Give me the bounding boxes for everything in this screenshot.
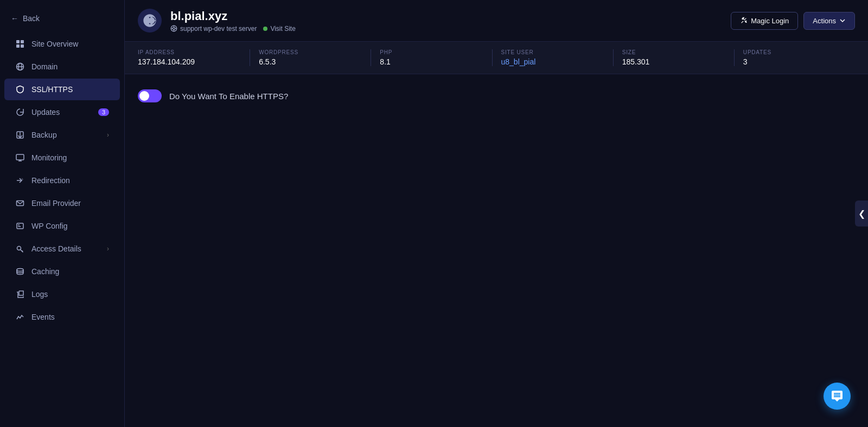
wordpress-value: 6.5.3 (259, 57, 362, 66)
back-icon: ← (11, 14, 18, 23)
site-user-value[interactable]: u8_bl_pial (501, 57, 604, 66)
wordpress-label: WORDPRESS (259, 49, 362, 55)
site-meta: support wp-dev test server Visit Site (170, 25, 722, 33)
stats-bar: IP ADDRESS 137.184.104.209 WORDPRESS 6.5… (125, 42, 868, 74)
stat-php: PHP 8.1 (371, 49, 492, 66)
main-content: bl.pial.xyz support wp-dev test server (125, 0, 868, 427)
magic-login-icon (740, 17, 748, 24)
sidebar-item-label: Domain (31, 62, 58, 71)
sidebar-item-ssl-https[interactable]: SSL/HTTPS (4, 79, 120, 100)
stat-size: SIZE 185.301 (614, 49, 735, 66)
site-domain: bl.pial.xyz (170, 9, 722, 23)
sidebar: ← Back Site Overview Domain SSL/HTTPS (0, 0, 125, 427)
svg-rect-1 (21, 40, 24, 43)
mail-icon (15, 198, 25, 208)
support-label-item: support wp-dev test server (170, 25, 257, 33)
sidebar-item-backup[interactable]: Backup › (4, 124, 120, 146)
sidebar-item-label: WP Config (31, 222, 68, 230)
key-icon (15, 244, 25, 254)
toggle-track[interactable] (138, 89, 162, 102)
redirect-icon (15, 176, 25, 185)
config-icon (15, 221, 25, 231)
stat-ip-address: IP ADDRESS 137.184.104.209 (138, 49, 250, 66)
sidebar-item-label: Events (31, 313, 55, 321)
visit-site-label: Visit Site (270, 25, 295, 33)
size-value: 185.301 (622, 57, 725, 66)
updates-label: UPDATES (743, 49, 846, 55)
chat-button[interactable] (824, 383, 851, 410)
save-icon (15, 130, 25, 140)
svg-rect-3 (21, 44, 24, 48)
svg-rect-2 (16, 44, 20, 48)
magic-login-button[interactable]: Magic Login (731, 12, 798, 30)
back-label: Back (23, 14, 40, 23)
toggle-thumb (139, 91, 149, 101)
sidebar-item-label: Backup (31, 131, 57, 139)
sidebar-item-domain[interactable]: Domain (4, 56, 120, 77)
svg-point-16 (17, 247, 21, 250)
monitor-icon (15, 153, 25, 163)
shield-icon (15, 85, 25, 94)
events-icon (15, 312, 25, 322)
grid-icon (15, 39, 25, 49)
magic-login-label: Magic Login (751, 17, 789, 25)
actions-button[interactable]: Actions (803, 12, 855, 30)
sidebar-item-monitoring[interactable]: Monitoring (4, 147, 120, 169)
ip-address-label: IP ADDRESS (138, 49, 241, 55)
actions-label: Actions (813, 17, 836, 25)
sidebar-item-label: Logs (31, 290, 48, 299)
updates-value: 3 (743, 57, 846, 66)
green-dot (263, 27, 267, 31)
cache-icon (15, 267, 25, 276)
site-info: bl.pial.xyz support wp-dev test server (170, 9, 722, 33)
sidebar-item-caching[interactable]: Caching (4, 261, 120, 282)
chevron-right-icon: › (107, 245, 109, 253)
sidebar-item-access-details[interactable]: Access Details › (4, 238, 120, 260)
logs-icon (15, 289, 25, 299)
svg-point-17 (17, 269, 23, 271)
sidebar-item-label: Email Provider (31, 199, 81, 208)
site-user-label: SITE USER (501, 49, 604, 55)
https-toggle-label: Do You Want To Enable HTTPS? (169, 92, 288, 101)
sidebar-item-wp-config[interactable]: WP Config (4, 215, 120, 237)
stat-updates: UPDATES 3 (735, 49, 855, 66)
sidebar-item-events[interactable]: Events (4, 306, 120, 328)
https-toggle-row: Do You Want To Enable HTTPS? (138, 89, 855, 102)
sidebar-item-label: Redirection (31, 176, 70, 185)
globe-icon (15, 62, 25, 72)
sidebar-item-label: Updates (31, 108, 60, 117)
chat-icon (831, 390, 844, 403)
svg-rect-9 (16, 154, 24, 160)
sidebar-item-updates[interactable]: Updates 3 (4, 101, 120, 123)
sidebar-item-site-overview[interactable]: Site Overview (4, 33, 120, 55)
stat-site-user: SITE USER u8_bl_pial (493, 49, 614, 66)
ip-address-value: 137.184.104.209 (138, 57, 241, 66)
header-actions: Magic Login Actions (731, 12, 855, 30)
stat-wordpress: WORDPRESS 6.5.3 (250, 49, 371, 66)
support-icon (170, 25, 177, 32)
collapse-button[interactable]: ❮ (855, 200, 868, 227)
svg-point-19 (173, 27, 175, 29)
sidebar-item-redirection[interactable]: Redirection (4, 170, 120, 191)
page-content: Do You Want To Enable HTTPS? (125, 74, 868, 427)
https-toggle[interactable] (138, 89, 162, 102)
sidebar-item-email-provider[interactable]: Email Provider (4, 192, 120, 214)
sidebar-item-label: Caching (31, 267, 59, 276)
visit-site-item[interactable]: Visit Site (263, 25, 295, 33)
sidebar-item-label: Monitoring (31, 153, 67, 162)
sidebar-item-logs[interactable]: Logs (4, 283, 120, 305)
php-value: 8.1 (380, 57, 483, 66)
collapse-icon: ❮ (858, 209, 865, 219)
support-text: support wp-dev test server (180, 25, 257, 33)
sidebar-item-label: Site Overview (31, 40, 78, 48)
chevron-right-icon: › (107, 131, 109, 139)
site-header: bl.pial.xyz support wp-dev test server (125, 0, 868, 42)
back-button[interactable]: ← Back (0, 9, 124, 28)
chevron-down-icon (839, 17, 846, 24)
size-label: SIZE (622, 49, 725, 55)
wp-logo (138, 9, 162, 33)
refresh-icon (15, 107, 25, 117)
svg-rect-0 (16, 40, 20, 43)
updates-badge: 3 (98, 108, 109, 116)
php-label: PHP (380, 49, 483, 55)
